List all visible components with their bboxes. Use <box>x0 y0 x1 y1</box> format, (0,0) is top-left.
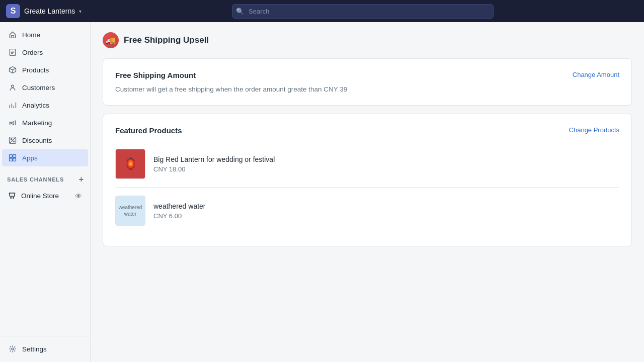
product-image: 🏮 <box>115 149 145 179</box>
brand-button[interactable]: S Greate Lanterns ▾ <box>6 4 82 18</box>
change-products-button[interactable]: Change Products <box>569 126 619 134</box>
product-name: weathered water <box>153 202 206 210</box>
eye-icon[interactable]: 👁 <box>75 192 82 200</box>
orders-icon <box>8 48 17 57</box>
svg-point-23 <box>12 348 14 350</box>
sidebar-item-marketing[interactable]: Marketing <box>2 114 88 131</box>
svg-rect-17 <box>10 155 13 158</box>
product-info: Big Red Lantern for wedding or festival … <box>153 155 275 173</box>
svg-point-14 <box>13 141 14 142</box>
online-store-label: Online Store <box>21 192 59 200</box>
lantern-image-placeholder: 🏮 <box>116 149 145 178</box>
product-price: CNY 18.00 <box>153 165 275 173</box>
svg-rect-18 <box>13 155 16 158</box>
settings-icon <box>8 344 17 353</box>
brand-name: Greate Lanterns <box>24 7 75 15</box>
sidebar-item-online-store[interactable]: Online Store 👁 <box>2 187 88 205</box>
products-icon <box>8 65 17 74</box>
channels-section-label: SALES CHANNELS + <box>0 167 90 187</box>
sidebar-item-home[interactable]: Home <box>2 26 88 43</box>
sidebar-item-label: Marketing <box>22 119 52 127</box>
sidebar-item-label: Customers <box>22 84 55 92</box>
sidebar-item-label: Settings <box>22 345 47 353</box>
page-title: Free Shipping Upsell <box>124 35 209 45</box>
online-store-icon <box>8 191 16 201</box>
home-icon <box>8 30 17 39</box>
analytics-icon <box>8 101 17 110</box>
svg-line-5 <box>10 68 13 70</box>
product-price: CNY 6.00 <box>153 212 206 220</box>
sidebar-item-label: Discounts <box>22 137 52 144</box>
product-item: weathered water weathered water CNY 6.00 <box>115 188 619 234</box>
product-name: Big Red Lantern for wedding or festival <box>153 155 275 163</box>
free-shipping-card-title: Free Shipping Amount <box>115 71 196 79</box>
main-content: 🚚 Free Shipping Upsell Free Shipping Amo… <box>91 22 644 362</box>
free-shipping-description: Customer will get a free shipping when t… <box>115 85 619 93</box>
featured-products-title: Featured Products <box>115 126 182 135</box>
sidebar-item-apps[interactable]: Apps <box>2 149 88 166</box>
svg-rect-19 <box>10 158 13 161</box>
customers-icon <box>8 83 17 92</box>
sidebar-item-orders[interactable]: Orders <box>2 44 88 61</box>
search-icon: 🔍 <box>236 8 244 15</box>
marketing-icon <box>8 118 17 127</box>
svg-point-13 <box>11 138 12 139</box>
change-amount-button[interactable]: Change Amount <box>573 71 619 78</box>
featured-products-card: Featured Products Change Products 🏮 Big … <box>103 114 632 246</box>
search-bar: 🔍 <box>232 4 494 19</box>
app-icon: 🚚 <box>103 32 119 48</box>
sidebar-item-label: Apps <box>22 154 38 162</box>
free-shipping-card: Free Shipping Amount Change Amount Custo… <box>103 58 632 106</box>
svg-point-22 <box>13 198 14 199</box>
sidebar-item-customers[interactable]: Customers <box>2 79 88 96</box>
product-image: weathered water <box>115 196 145 226</box>
sidebar: Home Orders Products Customers Analytics <box>0 22 91 362</box>
discounts-icon <box>8 136 17 145</box>
svg-line-6 <box>13 68 16 70</box>
sidebar-item-label: Analytics <box>22 102 49 109</box>
sidebar-item-discounts[interactable]: Discounts <box>2 132 88 149</box>
top-navigation: S Greate Lanterns ▾ 🔍 <box>0 0 644 22</box>
sidebar-item-settings[interactable]: Settings <box>2 340 88 357</box>
add-channel-button[interactable]: + <box>79 175 84 184</box>
sidebar-item-products[interactable]: Products <box>2 61 88 78</box>
svg-point-21 <box>11 198 12 199</box>
page-header: 🚚 Free Shipping Upsell <box>103 32 632 48</box>
product-info: weathered water CNY 6.00 <box>153 202 206 220</box>
apps-icon <box>8 153 17 162</box>
svg-point-7 <box>12 85 14 87</box>
search-input[interactable] <box>232 4 494 19</box>
sidebar-item-analytics[interactable]: Analytics <box>2 97 88 114</box>
water-image-placeholder: weathered water <box>116 196 145 225</box>
chevron-down-icon: ▾ <box>79 9 82 14</box>
svg-rect-20 <box>13 158 16 161</box>
sidebar-item-label: Orders <box>22 49 43 56</box>
product-item: 🏮 Big Red Lantern for wedding or festiva… <box>115 141 619 188</box>
shopify-logo-icon: S <box>6 4 20 18</box>
sidebar-item-label: Products <box>22 66 49 74</box>
sidebar-item-label: Home <box>22 31 40 39</box>
